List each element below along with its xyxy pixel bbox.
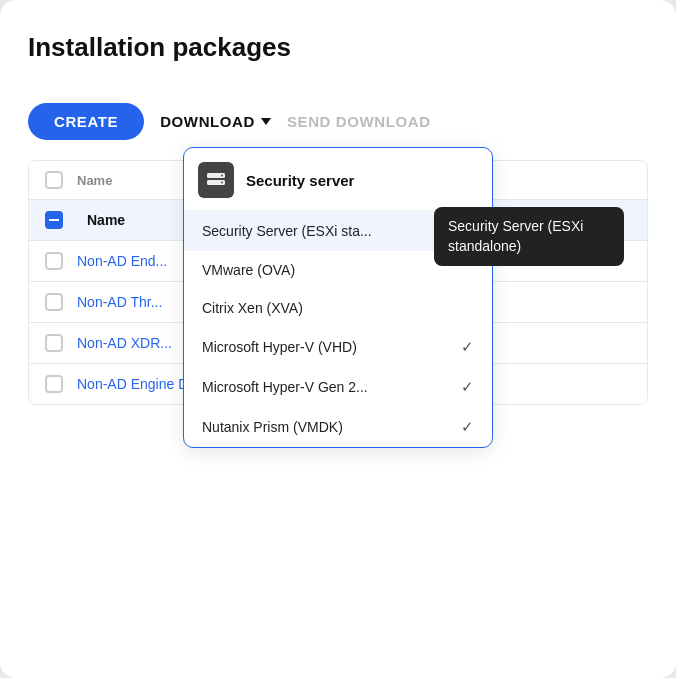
server-icon: [198, 162, 234, 198]
dropdown-item-5[interactable]: Nutanix Prism (VMDK) ✓: [184, 407, 492, 447]
header-checkbox[interactable]: [45, 171, 63, 189]
dropdown-item-4[interactable]: Microsoft Hyper-V Gen 2... ✓: [184, 367, 492, 407]
row-1-name: Non-AD End...: [77, 253, 167, 269]
check-icon-0: ✓: [461, 222, 474, 240]
row-4-checkbox[interactable]: [45, 375, 63, 393]
dropdown-item-2[interactable]: Citrix Xen (XVA): [184, 289, 492, 327]
check-icon-4: ✓: [461, 378, 474, 396]
dropdown-header-label: Security server: [246, 172, 354, 189]
row-1-checkbox[interactable]: [45, 252, 63, 270]
download-button[interactable]: DOWNLOAD: [160, 113, 271, 130]
dropdown-item-label-0: Security Server (ESXi sta...: [202, 223, 372, 239]
row-0-content: Name: [45, 211, 125, 229]
row-2-checkbox[interactable]: [45, 293, 63, 311]
create-button[interactable]: CREATE: [28, 103, 144, 140]
dropdown-item-label-1: VMware (OVA): [202, 262, 295, 278]
row-2-name: Non-AD Thr...: [77, 294, 162, 310]
main-card: Installation packages CREATE DOWNLOAD SE…: [0, 0, 676, 678]
check-icon-3: ✓: [461, 338, 474, 356]
svg-point-3: [221, 182, 223, 184]
dropdown-item-label-5: Nutanix Prism (VMDK): [202, 419, 343, 435]
dropdown-item-1[interactable]: VMware (OVA): [184, 251, 492, 289]
chevron-down-icon: [261, 118, 271, 125]
toolbar: CREATE DOWNLOAD SEND DOWNLOAD Security s…: [28, 103, 648, 140]
dropdown-item-label-3: Microsoft Hyper-V (VHD): [202, 339, 357, 355]
dropdown-header: Security server: [184, 148, 492, 211]
svg-point-2: [221, 175, 223, 177]
send-download-button: SEND DOWNLOAD: [287, 113, 431, 130]
row-3-checkbox[interactable]: [45, 334, 63, 352]
download-dropdown: Security server Security Server (ESXi st…: [183, 147, 493, 448]
check-icon-5: ✓: [461, 418, 474, 436]
dropdown-item-3[interactable]: Microsoft Hyper-V (VHD) ✓: [184, 327, 492, 367]
row-0-checkbox[interactable]: [45, 211, 63, 229]
row-0-name: Name: [87, 212, 125, 228]
dropdown-item-label-2: Citrix Xen (XVA): [202, 300, 303, 316]
row-3-name: Non-AD XDR...: [77, 335, 172, 351]
dropdown-item-label-4: Microsoft Hyper-V Gen 2...: [202, 379, 368, 395]
dropdown-item-0[interactable]: Security Server (ESXi sta... ✓ Security …: [184, 211, 492, 251]
page-title: Installation packages: [28, 32, 648, 63]
